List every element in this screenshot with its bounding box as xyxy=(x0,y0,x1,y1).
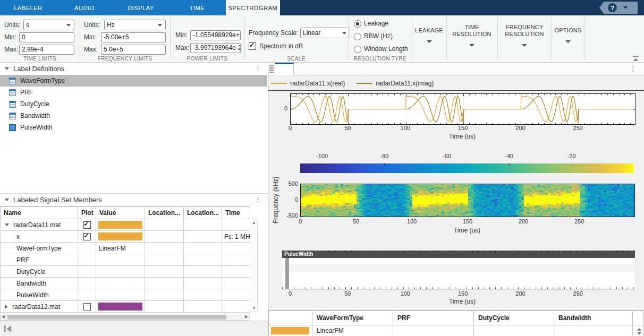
waveformtype-value[interactable]: LinearFM xyxy=(312,325,393,336)
time-units-select[interactable]: s xyxy=(23,20,74,30)
freq-units-select[interactable]: Hz xyxy=(104,20,166,30)
time-domain-plot[interactable] xyxy=(290,93,635,125)
collapse-section-icon[interactable] xyxy=(5,67,9,70)
time-max-input[interactable]: 2.99e-4 xyxy=(19,45,74,55)
label-value[interactable]: LinearFM xyxy=(96,245,126,252)
expander-icon[interactable] xyxy=(5,223,9,226)
table-row[interactable]: DutyCycle xyxy=(1,266,250,278)
label-definition-name: WaveFormType xyxy=(20,77,65,84)
members-horizontal-scrollbar[interactable]: ◀ ▶ xyxy=(0,314,250,321)
col-prf[interactable]: PRF xyxy=(393,311,474,325)
scroll-up-icon[interactable]: ▲ xyxy=(252,220,256,225)
members-vertical-scrollbar[interactable]: ▲ ▼ xyxy=(250,219,258,312)
table-row[interactable]: PRF xyxy=(1,254,250,266)
value-swatch[interactable] xyxy=(98,303,142,311)
table-row[interactable]: PulseWidth xyxy=(1,289,250,301)
display-menu-icon[interactable]: ⋮ xyxy=(630,65,637,73)
col-plot[interactable]: Plot xyxy=(78,207,96,219)
scroll-up-icon[interactable] xyxy=(637,328,641,331)
tab-list-icon[interactable] xyxy=(269,65,274,74)
col-value[interactable]: Value xyxy=(96,207,145,219)
options-dropdown-button[interactable]: OPTIONS xyxy=(552,15,584,55)
scroll-right-icon[interactable]: ▶ xyxy=(245,314,248,319)
time-resolution-dropdown-button[interactable]: TIME RESOLUTION xyxy=(447,15,497,55)
colorbar-tick-mark xyxy=(572,163,572,166)
axis-tick-label: 200 xyxy=(519,218,528,225)
panel-menu-icon[interactable]: ⋮ xyxy=(255,195,261,203)
label-definition-waveformtype[interactable]: WaveFormType xyxy=(0,75,267,87)
frequency-resolution-dropdown-button[interactable]: FREQUENCY RESOLUTION xyxy=(498,15,551,55)
leakage-dropdown-button[interactable]: LEAKAGE xyxy=(412,15,446,55)
pulsewidth-label-strip[interactable]: PulseWidth xyxy=(282,251,635,290)
table-row[interactable]: LinearFM xyxy=(269,325,644,336)
table-row[interactable]: Bandwidth xyxy=(1,278,250,289)
col-location1[interactable]: Location... xyxy=(145,207,184,219)
col-time[interactable]: Time xyxy=(222,207,250,219)
col-location2[interactable]: Location... xyxy=(184,207,222,219)
scrollbar-thumb[interactable] xyxy=(7,315,226,320)
collapse-toolstrip-icon[interactable] xyxy=(632,55,639,63)
value-swatch[interactable] xyxy=(98,232,142,240)
dutycycle-value[interactable] xyxy=(474,325,554,336)
col-waveformtype[interactable]: WaveFormType xyxy=(312,311,393,325)
tab-spectrogram[interactable]: SPECTROGRAM xyxy=(226,0,280,15)
label-definition-bandwidth[interactable]: Bandwidth xyxy=(0,110,267,122)
pulsewidth-band[interactable]: PulseWidth xyxy=(282,251,635,258)
table-row[interactable]: radarData11.mat xyxy=(1,219,250,231)
frequency-scale-select[interactable]: Linear xyxy=(300,28,350,38)
value-swatch[interactable] xyxy=(98,221,142,229)
colorbar-tick-label: -40 xyxy=(505,153,513,159)
spectrogram-ytick-500: 500 xyxy=(280,180,298,187)
rbw-radio[interactable] xyxy=(354,33,361,40)
plot-checkbox[interactable] xyxy=(83,221,91,229)
chevron-down-icon xyxy=(342,32,346,35)
scroll-left-icon[interactable]: ◀ xyxy=(2,314,5,319)
bandwidth-value[interactable] xyxy=(554,325,633,336)
colorbar-tick-mark xyxy=(322,163,323,166)
freq-min-input[interactable]: -5.00e+5 xyxy=(101,32,166,42)
expander-icon[interactable] xyxy=(5,305,7,309)
strip-left-handle[interactable] xyxy=(285,258,289,289)
legend-label-real: radarData11:x(real) xyxy=(290,80,345,87)
plot-checkbox[interactable] xyxy=(83,303,91,311)
label-definition-pulsewidth[interactable]: PulseWidth xyxy=(0,122,267,133)
spectrogram-plot[interactable] xyxy=(300,184,635,217)
scroll-down-icon[interactable] xyxy=(637,332,641,335)
tab-audio[interactable]: AUDIO xyxy=(56,0,113,15)
spectrogram-toolstrip: Units: s Min: 0 Max: 2.99e-4 TIME LIMITS… xyxy=(0,15,644,63)
spectrum-in-db-checkbox[interactable] xyxy=(249,42,256,50)
help-button[interactable]: ? xyxy=(599,2,638,14)
table-scroll-spinner[interactable] xyxy=(636,328,642,335)
collapse-panel-icon[interactable] xyxy=(4,325,11,334)
tab-labeler[interactable]: LABELER xyxy=(0,0,56,15)
freq-max-input[interactable]: 5.0e+5 xyxy=(101,45,166,55)
time-min-input[interactable]: 0 xyxy=(19,32,74,42)
members-header[interactable]: Labeled Signal Set Members ⋮ xyxy=(0,194,268,206)
scroll-down-icon[interactable]: ▼ xyxy=(252,306,256,311)
power-max-input[interactable]: -3.997193964e-2 xyxy=(190,43,241,53)
col-dutycycle[interactable]: DutyCycle xyxy=(474,311,554,325)
table-row[interactable]: radarData12.mat xyxy=(1,301,250,313)
table-row[interactable]: x Fs: 1 MHz xyxy=(1,231,250,243)
section-divider xyxy=(348,17,349,59)
prf-value[interactable] xyxy=(393,325,474,336)
colorbar-tick-mark xyxy=(384,163,385,166)
plot-checkbox[interactable] xyxy=(83,233,91,240)
pulsewidth-strip-body[interactable] xyxy=(282,258,635,289)
col-name[interactable]: Name xyxy=(1,207,78,219)
table-row[interactable]: WaveFormType LinearFM xyxy=(1,243,250,254)
col-bandwidth[interactable]: Bandwidth xyxy=(554,311,633,325)
collapse-section-icon[interactable] xyxy=(5,199,9,201)
plot-tab[interactable] xyxy=(275,63,294,75)
label-definition-name: DutyCycle xyxy=(20,100,49,108)
window-length-radio[interactable] xyxy=(354,46,361,53)
tab-display[interactable]: DISPLAY xyxy=(113,0,169,15)
leakage-radio[interactable] xyxy=(354,20,361,28)
tab-time[interactable]: TIME xyxy=(169,0,225,15)
power-min-input[interactable]: -1.055498929e+2 xyxy=(190,30,241,40)
axis-tick-label: 0 xyxy=(299,218,302,225)
label-definition-prf[interactable]: PRF xyxy=(0,87,267,98)
panel-menu-icon[interactable]: ⋮ xyxy=(255,64,261,72)
label-definitions-header[interactable]: Label Definitions ⋮ xyxy=(0,63,268,75)
label-definition-dutycycle[interactable]: DutyCycle xyxy=(0,98,267,110)
